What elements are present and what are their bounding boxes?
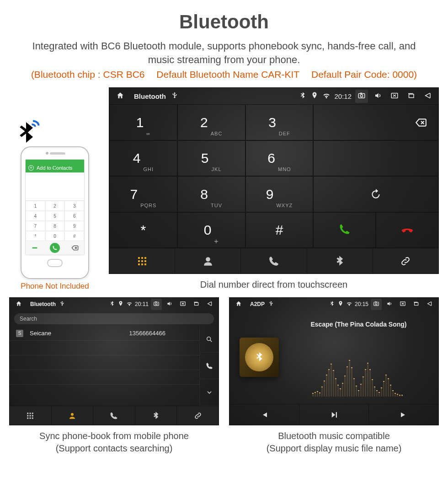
bluetooth-signal-icon — [12, 120, 40, 147]
screenshot-button[interactable] — [355, 90, 368, 103]
call-contact-button[interactable] — [199, 353, 219, 379]
album-art — [240, 338, 279, 377]
usb-icon — [171, 91, 179, 101]
back-button[interactable] — [421, 90, 434, 103]
contact-number: 13566664466 — [129, 330, 165, 337]
key-8[interactable]: 8TUV — [177, 176, 245, 212]
key-7[interactable]: 7PQRS — [109, 176, 177, 212]
volume-button[interactable] — [372, 90, 384, 103]
phonebook-head-unit: Bluetooth 20:11 — [9, 297, 219, 425]
contact-tag: S — [16, 330, 23, 337]
empty-row — [10, 385, 199, 406]
contact-row[interactable]: S Seicane 13566664466 — [10, 326, 199, 341]
download-contacts-button[interactable] — [199, 379, 219, 406]
clock: 20:12 — [334, 92, 352, 100]
contact-name: Seicane — [30, 330, 51, 337]
key-4[interactable]: 4GHI — [109, 140, 177, 177]
tab-contacts[interactable] — [175, 248, 241, 274]
empty-row — [10, 341, 199, 355]
page-title: Bluetooth — [9, 11, 439, 33]
statusbar-title: A2DP — [250, 301, 265, 307]
spec-name: Default Bluetooth Name CAR-KIT — [156, 69, 299, 80]
recent-apps-button[interactable] — [405, 90, 417, 103]
number-display — [313, 140, 438, 177]
statusbar-title: Bluetooth — [30, 301, 56, 307]
tab-dialpad[interactable] — [10, 406, 52, 425]
call-button[interactable] — [313, 212, 376, 248]
key-6[interactable]: 6MNO — [245, 140, 314, 177]
search-input[interactable]: Search — [14, 313, 214, 324]
volume-button[interactable] — [164, 299, 175, 310]
page-description: Integrated with BC6 Bluetooth module, su… — [23, 39, 425, 66]
tab-pair[interactable] — [373, 248, 438, 274]
key-5[interactable]: 5JKL — [177, 140, 245, 177]
key-star[interactable]: * — [109, 212, 177, 248]
bluetooth-icon — [329, 300, 335, 308]
location-icon — [117, 300, 124, 308]
back-button[interactable] — [204, 299, 215, 310]
home-button[interactable] — [233, 299, 244, 310]
key-1[interactable]: 1∞ — [109, 104, 177, 140]
usb-icon — [268, 300, 274, 308]
recent-apps-button[interactable] — [411, 299, 421, 310]
home-button[interactable] — [114, 90, 127, 103]
key-3[interactable]: 3DEF — [245, 104, 314, 140]
backspace-icon — [71, 244, 79, 252]
key-2[interactable]: 2ABC — [177, 104, 245, 140]
tab-call-log[interactable] — [93, 406, 135, 425]
bluetooth-icon — [109, 300, 115, 308]
dial-caption: Dial number direct from touchscreen — [109, 279, 439, 291]
back-button[interactable] — [424, 299, 435, 310]
tab-bluetooth[interactable] — [135, 406, 177, 425]
keyboard-icon — [31, 244, 38, 252]
wifi-icon — [322, 91, 331, 101]
tab-dialpad[interactable] — [109, 248, 175, 274]
phone-add-contacts: +Add to Contacts — [26, 163, 84, 172]
empty-row — [10, 370, 199, 385]
empty-row — [10, 355, 199, 370]
key-0[interactable]: 0+ — [177, 212, 245, 248]
phone-caption: Phone Not Included — [9, 282, 101, 291]
search-button[interactable] — [199, 326, 219, 353]
spec-line: (Bluetooth chip : CSR BC6 Default Blueto… — [9, 69, 439, 80]
backspace-button[interactable] — [313, 104, 438, 140]
visualizer — [283, 355, 431, 397]
clock: 20:11 — [135, 301, 149, 307]
usb-icon — [59, 300, 65, 308]
next-track-button[interactable] — [369, 404, 438, 425]
recent-apps-button[interactable] — [191, 299, 202, 310]
location-icon — [310, 91, 319, 101]
play-pause-button[interactable] — [299, 404, 369, 425]
track-title: Escape (The Pina Colada Song) — [279, 321, 438, 328]
key-9[interactable]: 9WXYZ — [245, 176, 314, 212]
tab-call-log[interactable] — [241, 248, 307, 274]
home-button[interactable] — [13, 299, 24, 310]
tab-bluetooth[interactable] — [307, 248, 373, 274]
phone-mock: +Add to Contacts 123 456 789 *0# — [21, 146, 89, 279]
wifi-icon — [126, 300, 133, 308]
spec-chip: (Bluetooth chip : CSR BC6 — [31, 69, 145, 80]
screenshot-button[interactable] — [151, 299, 162, 310]
close-app-button[interactable] — [177, 299, 188, 310]
tab-contacts[interactable] — [52, 406, 94, 425]
bluetooth-icon — [299, 91, 307, 101]
music-head-unit: A2DP 20:15 — [229, 297, 439, 425]
screenshot-button[interactable] — [371, 299, 382, 310]
phonebook-caption: Sync phone-book from mobile phone(Suppor… — [9, 430, 219, 455]
volume-button[interactable] — [384, 299, 395, 310]
dial-head-unit: Bluetooth 20:12 — [109, 87, 439, 274]
key-hash[interactable]: # — [245, 212, 314, 248]
wifi-icon — [346, 300, 352, 308]
statusbar-title: Bluetooth — [134, 92, 166, 100]
music-caption: Bluetooth music compatible(Support displ… — [229, 430, 439, 455]
phone-call-button — [50, 243, 60, 253]
spec-pair: Default Pair Code: 0000) — [311, 69, 417, 80]
location-icon — [337, 300, 344, 308]
redial-button[interactable] — [313, 176, 438, 212]
close-app-button[interactable] — [388, 90, 401, 103]
close-app-button[interactable] — [397, 299, 408, 310]
phone-keypad: 123 456 789 *0# — [26, 200, 84, 241]
hangup-button[interactable] — [376, 212, 438, 248]
prev-track-button[interactable] — [229, 404, 299, 425]
tab-pair[interactable] — [177, 406, 219, 425]
